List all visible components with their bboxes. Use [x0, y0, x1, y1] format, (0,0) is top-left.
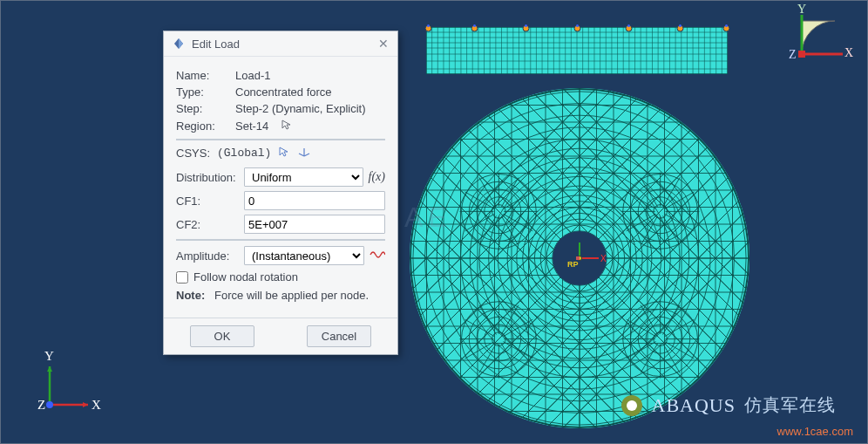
follow-nodal-checkbox[interactable] — [176, 271, 188, 283]
svg-rect-296 — [798, 51, 805, 58]
rect-mesh-grid — [426, 27, 728, 74]
bc-anchor-icon — [676, 24, 682, 31]
step-value: Step-2 (Dynamic, Explicit) — [235, 102, 366, 115]
distribution-select[interactable]: Uniform — [244, 167, 363, 187]
brand-text: ABAQUS 仿真军在线 — [620, 393, 836, 417]
bc-anchor-icon — [722, 24, 729, 31]
watermark-url: www.1cae.com — [777, 425, 853, 438]
follow-nodal-label: Follow nodal rotation — [193, 270, 298, 283]
note-text: Force will be applied per node. — [214, 289, 369, 302]
brand-cjk: 仿真军在线 — [744, 393, 836, 417]
edit-load-dialog: Edit Load ✕ Name: Load-1 Type: Concentra… — [163, 31, 398, 355]
dialog-title: Edit Load — [192, 38, 240, 51]
svg-point-70 — [679, 24, 682, 27]
svg-point-66 — [576, 24, 579, 27]
region-value: Set-14 — [235, 120, 268, 133]
disc-mesh[interactable]: X Y RP — [410, 88, 749, 428]
amplitude-select[interactable]: (Instantaneous) — [244, 246, 364, 265]
type-value: Concentrated force — [235, 85, 332, 99]
svg-point-293 — [46, 401, 53, 408]
region-label: Region: — [176, 120, 227, 133]
rect-mesh[interactable] — [426, 27, 728, 74]
amplitude-label: Amplitude: — [176, 249, 244, 263]
csys-value: (Global) — [217, 147, 271, 160]
brand-icon — [620, 394, 643, 417]
viewport-triad: X Y Z — [36, 349, 105, 419]
center-triad-y-label: Y — [576, 241, 582, 242]
svg-point-60 — [427, 24, 430, 27]
cursor-pick-icon[interactable] — [281, 119, 293, 133]
orient-y-label: Y — [797, 3, 806, 17]
close-icon[interactable]: ✕ — [378, 37, 389, 51]
center-triad: X Y RP — [545, 241, 614, 276]
note-label: Note: — [176, 289, 205, 302]
separator — [176, 139, 385, 140]
step-label: Step: — [176, 102, 227, 115]
datum-csys-icon[interactable] — [297, 146, 311, 161]
svg-line-287 — [304, 154, 309, 156]
bc-anchor-icon — [573, 24, 580, 31]
cf1-label: CF1: — [176, 195, 244, 208]
triad-z-label: Z — [37, 398, 45, 413]
pick-csys-icon[interactable] — [278, 146, 290, 161]
svg-point-68 — [627, 24, 630, 27]
dialog-titlebar[interactable]: Edit Load ✕ — [164, 31, 397, 57]
center-triad-x-label: X — [600, 254, 607, 263]
center-rp-label: RP — [567, 260, 579, 269]
cf2-label: CF2: — [176, 218, 244, 231]
separator — [176, 239, 385, 241]
amplitude-curve-icon[interactable] — [370, 249, 385, 263]
svg-point-62 — [473, 24, 476, 27]
cancel-button[interactable]: Cancel — [307, 325, 371, 347]
name-label: Name: — [176, 69, 227, 82]
fx-icon[interactable]: f(x) — [369, 170, 385, 184]
bc-anchor-icon — [625, 24, 631, 31]
name-value: Load-1 — [235, 69, 270, 82]
orient-x-label: X — [844, 46, 853, 60]
bc-anchor-icon — [424, 24, 431, 31]
ok-button[interactable]: OK — [190, 325, 254, 347]
bc-anchor-icon — [522, 24, 528, 31]
svg-point-72 — [725, 24, 728, 27]
csys-label: CSYS: — [176, 147, 210, 160]
svg-point-298 — [627, 400, 637, 411]
app-icon — [173, 38, 185, 50]
bc-anchor-icon — [471, 24, 477, 31]
orient-z-label: Z — [789, 48, 797, 62]
svg-point-64 — [525, 24, 527, 27]
svg-line-288 — [299, 154, 304, 156]
orientation-widget[interactable]: X Y Z — [789, 6, 858, 76]
svg-marker-292 — [47, 366, 52, 372]
cf2-input[interactable] — [244, 215, 385, 234]
triad-x-label: X — [92, 398, 101, 413]
svg-marker-290 — [83, 402, 88, 407]
cf1-input[interactable] — [244, 191, 385, 210]
triad-y-label: Y — [44, 349, 54, 364]
type-label: Type: — [176, 85, 227, 99]
distribution-label: Distribution: — [176, 171, 244, 184]
